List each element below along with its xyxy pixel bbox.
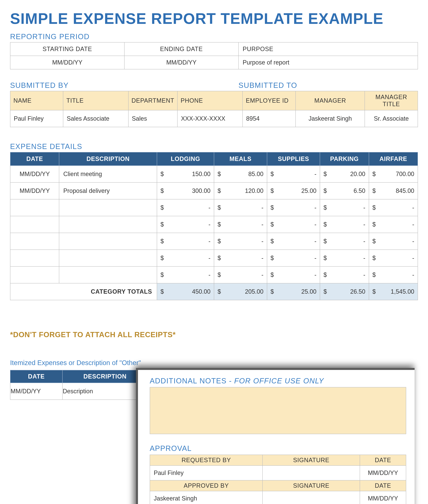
approval-date2[interactable]: MM/DD/YY [360, 491, 406, 504]
submitted-h-mgr: MANAGER [296, 91, 365, 110]
additional-notes-box[interactable] [150, 387, 406, 434]
expense-airfare[interactable]: $700.00 [369, 166, 418, 182]
expense-supplies[interactable]: $- [267, 250, 320, 266]
submitted-v-dept[interactable]: Sales [128, 110, 178, 127]
expense-airfare[interactable]: $- [369, 233, 418, 250]
reporting-purpose-header: PURPOSE [239, 42, 418, 56]
submitted-v-mgr[interactable]: Jaskeerat Singh [296, 110, 365, 127]
expense-date[interactable]: MM/DD/YY [10, 166, 59, 182]
expense-row: $-$-$-$-$- [10, 216, 418, 233]
expense-row: $-$-$-$-$- [10, 233, 418, 250]
expense-meals[interactable]: $- [214, 233, 267, 250]
expense-desc[interactable]: Client meeting [59, 166, 157, 182]
submitted-v-title[interactable]: Sales Associate [63, 110, 128, 127]
expense-lodging[interactable]: $- [157, 216, 214, 233]
category-totals-label: CATEGORY TOTALS [10, 283, 157, 300]
expense-h-supplies: SUPPLIES [267, 152, 320, 166]
expense-parking[interactable]: $20.00 [320, 166, 369, 182]
page-title: SIMPLE EXPENSE REPORT TEMPLATE EXAMPLE [10, 10, 418, 27]
expense-parking[interactable]: $6.50 [320, 182, 369, 199]
expense-parking[interactable]: $- [320, 233, 369, 250]
expense-parking[interactable]: $- [320, 216, 369, 233]
expense-desc[interactable] [59, 216, 157, 233]
submitted-v-empid[interactable]: 8954 [243, 110, 296, 127]
approval-h-approved: APPROVED BY [150, 480, 263, 491]
expense-row: $-$-$-$-$- [10, 199, 418, 216]
approval-approved-by[interactable]: Jaskeerat Singh [150, 491, 263, 504]
expense-lodging[interactable]: $- [157, 250, 214, 266]
itemized-h-date: DATE [10, 370, 62, 383]
submitted-to-label: SUBMITTED TO [239, 81, 418, 90]
expense-supplies[interactable]: $- [267, 216, 320, 233]
expense-desc[interactable] [59, 233, 157, 250]
expense-h-date: DATE [10, 152, 59, 166]
approval-h-date1: DATE [360, 455, 406, 466]
expense-lodging[interactable]: $300.00 [157, 182, 214, 199]
expense-row: $-$-$-$-$- [10, 266, 418, 283]
expense-date[interactable] [10, 250, 59, 266]
itemized-table: DATE DESCRIPTION MM/DD/YY Description [10, 370, 148, 400]
receipts-reminder: *DON'T FORGET TO ATTACH ALL RECEIPTS* [10, 331, 418, 339]
approval-sig1[interactable] [263, 466, 360, 480]
expense-date[interactable] [10, 266, 59, 283]
office-use-overlay: ADDITIONAL NOTES - FOR OFFICE USE ONLY A… [136, 368, 415, 504]
submitted-table: NAME TITLE DEPARTMENT PHONE EMPLOYEE ID … [10, 91, 418, 127]
expense-meals[interactable]: $- [214, 250, 267, 266]
approval-date1[interactable]: MM/DD/YY [360, 466, 406, 480]
submitted-v-name[interactable]: Paul Finley [10, 110, 63, 127]
reporting-end-value[interactable]: MM/DD/YY [124, 56, 239, 69]
expense-supplies[interactable]: $- [267, 266, 320, 283]
expense-airfare[interactable]: $- [369, 216, 418, 233]
expense-parking[interactable]: $- [320, 266, 369, 283]
expense-supplies[interactable]: $- [267, 166, 320, 182]
expense-lodging[interactable]: $- [157, 233, 214, 250]
expense-desc[interactable]: Proposal delivery [59, 182, 157, 199]
submitted-h-empid: EMPLOYEE ID [243, 91, 296, 110]
total-parking: $26.50 [320, 283, 369, 300]
expense-date[interactable] [10, 216, 59, 233]
expense-date[interactable] [10, 199, 59, 216]
expense-airfare[interactable]: $845.00 [369, 182, 418, 199]
expense-meals[interactable]: $- [214, 216, 267, 233]
expense-h-airfare: AIRFARE [369, 152, 418, 166]
approval-h-requested: REQUESTED BY [150, 455, 263, 466]
expense-supplies[interactable]: $- [267, 233, 320, 250]
itemized-date[interactable]: MM/DD/YY [10, 383, 62, 400]
submitted-h-name: NAME [10, 91, 63, 110]
expense-desc[interactable] [59, 266, 157, 283]
expense-parking[interactable]: $- [320, 199, 369, 216]
reporting-purpose-value[interactable]: Purpose of report [239, 56, 418, 69]
expense-parking[interactable]: $- [320, 250, 369, 266]
approval-table: REQUESTED BY SIGNATURE DATE Paul Finley … [150, 455, 406, 504]
reporting-start-value[interactable]: MM/DD/YY [10, 56, 124, 69]
expense-lodging[interactable]: $150.00 [157, 166, 214, 182]
expense-date[interactable] [10, 233, 59, 250]
total-meals: $205.00 [214, 283, 267, 300]
submitted-v-mgrt[interactable]: Sr. Associate [365, 110, 418, 127]
expense-desc[interactable] [59, 250, 157, 266]
expense-airfare[interactable]: $- [369, 250, 418, 266]
itemized-desc[interactable]: Description [62, 383, 148, 400]
submitted-h-mgrt: MANAGER TITLE [365, 91, 418, 110]
submitted-v-phone[interactable]: XXX-XXX-XXXX [177, 110, 243, 127]
submitted-h-title: TITLE [63, 91, 128, 110]
expense-airfare[interactable]: $- [369, 199, 418, 216]
expense-row: MM/DD/YYClient meeting$150.00$85.00$-$20… [10, 166, 418, 182]
expense-desc[interactable] [59, 199, 157, 216]
expense-airfare[interactable]: $- [369, 266, 418, 283]
expense-supplies[interactable]: $25.00 [267, 182, 320, 199]
submitted-h-phone: PHONE [177, 91, 243, 110]
submitted-h-dept: DEPARTMENT [128, 91, 178, 110]
expense-lodging[interactable]: $- [157, 199, 214, 216]
expense-date[interactable]: MM/DD/YY [10, 182, 59, 199]
approval-sig2[interactable] [263, 491, 360, 504]
expense-supplies[interactable]: $- [267, 199, 320, 216]
expense-meals[interactable]: $- [214, 266, 267, 283]
expense-meals[interactable]: $- [214, 199, 267, 216]
expense-lodging[interactable]: $- [157, 266, 214, 283]
approval-requested-by[interactable]: Paul Finley [150, 466, 263, 480]
expense-meals[interactable]: $120.00 [214, 182, 267, 199]
itemized-h-desc: DESCRIPTION [62, 370, 148, 383]
approval-h-sig2: SIGNATURE [263, 480, 360, 491]
expense-meals[interactable]: $85.00 [214, 166, 267, 182]
